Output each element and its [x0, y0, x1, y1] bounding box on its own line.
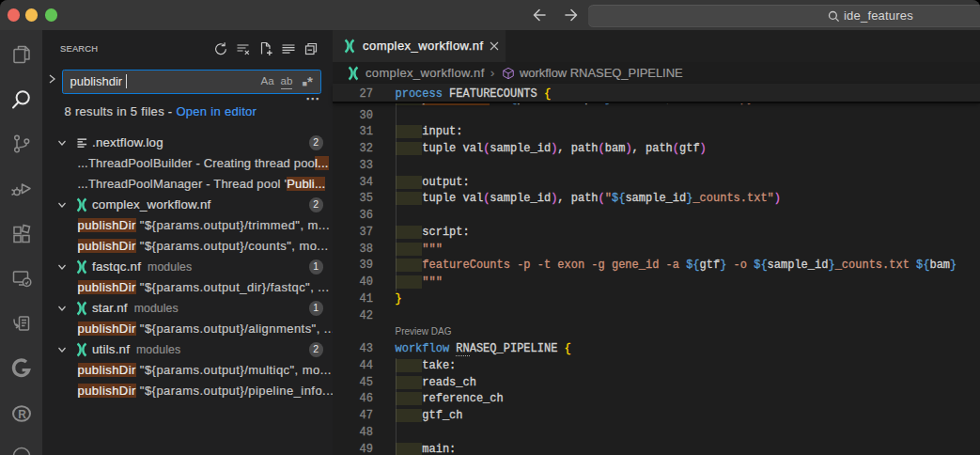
svg-text:R: R: [18, 408, 26, 421]
